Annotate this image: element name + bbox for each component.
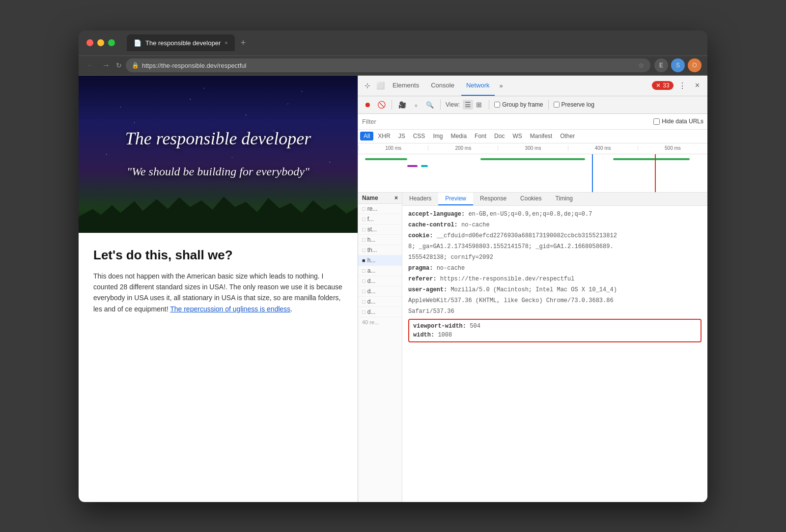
bookmark-icon[interactable]: ☆ bbox=[638, 61, 645, 69]
htab-response[interactable]: Response bbox=[473, 193, 513, 205]
file-list-header: Name × bbox=[358, 193, 402, 204]
file-item-9[interactable]: □ d... bbox=[358, 286, 402, 297]
filter-xhr[interactable]: XHR bbox=[374, 132, 393, 140]
more-tabs-button[interactable]: » bbox=[497, 80, 506, 91]
file-item-4[interactable]: □ h... bbox=[358, 235, 402, 245]
file-name-5: th... bbox=[367, 247, 377, 253]
extension-icon-2[interactable]: S bbox=[671, 58, 685, 72]
extension-icon-1[interactable]: E bbox=[654, 58, 668, 72]
file-icon-7: □ bbox=[362, 268, 365, 274]
traffic-lights bbox=[86, 39, 115, 46]
file-item-5[interactable]: □ th... bbox=[358, 245, 402, 255]
tick-200ms: 200 ms bbox=[428, 145, 498, 151]
name-column-header: Name bbox=[362, 195, 378, 201]
extension-icon-3[interactable]: O bbox=[688, 58, 702, 72]
file-name-2: f... bbox=[367, 216, 374, 223]
tab-favicon: 📄 bbox=[134, 39, 141, 47]
record-button[interactable]: ⏺ bbox=[362, 99, 373, 110]
timeline-line-1 bbox=[592, 154, 593, 193]
device-toggle-icon[interactable]: ⬜ bbox=[375, 80, 386, 91]
search-button[interactable]: 🔍 bbox=[424, 99, 435, 110]
header-user-agent-cont2: Safari/537.36 bbox=[408, 306, 702, 317]
header-cache-control: cache-control: no-cache bbox=[408, 220, 702, 230]
preserve-log-checkbox[interactable] bbox=[554, 102, 560, 108]
timeline-bar-2 bbox=[480, 158, 585, 160]
htab-preview[interactable]: Preview bbox=[438, 193, 473, 205]
file-icon-5: □ bbox=[362, 247, 365, 253]
headers-tabs: Headers Preview Response Cookies Timing bbox=[402, 193, 707, 206]
clear-button[interactable]: 🚫 bbox=[376, 99, 387, 110]
htab-timing[interactable]: Timing bbox=[548, 193, 580, 205]
back-button[interactable]: ← bbox=[84, 59, 96, 72]
file-item-7[interactable]: □ a... bbox=[358, 266, 402, 276]
type-filter-bar: All XHR JS CSS Img Media Font Doc WS Man… bbox=[358, 130, 707, 143]
hide-data-urls-control: Hide data URLs bbox=[653, 118, 703, 125]
file-item-11[interactable]: □ d... bbox=[358, 307, 402, 317]
content-link[interactable]: The repercussion of ugliness is endless bbox=[170, 305, 290, 313]
file-icon-9: □ bbox=[362, 288, 365, 294]
filter-manifest[interactable]: Manifest bbox=[527, 132, 556, 140]
group-by-frame-checkbox[interactable] bbox=[494, 102, 500, 108]
active-tab[interactable]: 📄 The responsible developer × bbox=[127, 34, 235, 51]
file-item-2[interactable]: □ f... bbox=[358, 214, 402, 224]
file-item-1[interactable]: □ re... bbox=[358, 204, 402, 214]
tab-close-button[interactable]: × bbox=[225, 40, 227, 46]
view-group-button[interactable]: ⊞ bbox=[474, 100, 484, 110]
browser-window: 📄 The responsible developer × + ← → ↻ 🔒 … bbox=[79, 30, 707, 502]
filter-doc[interactable]: Doc bbox=[491, 132, 508, 140]
group-by-frame-label: Group by frame bbox=[502, 101, 543, 108]
minimize-traffic-light[interactable] bbox=[97, 39, 104, 46]
new-tab-button[interactable]: + bbox=[241, 38, 246, 48]
close-traffic-light[interactable] bbox=[86, 39, 93, 46]
hide-data-urls-checkbox[interactable] bbox=[653, 118, 660, 125]
tab-title: The responsible developer bbox=[145, 39, 221, 47]
url-bar[interactable]: 🔒 https://the-responsible.dev/respectful… bbox=[126, 58, 650, 72]
tick-400ms: 400 ms bbox=[568, 145, 638, 151]
close-panel-button[interactable]: × bbox=[394, 195, 398, 201]
toolbar-separator-4 bbox=[548, 100, 549, 110]
filter-css[interactable]: CSS bbox=[410, 132, 429, 140]
filter-all[interactable]: All bbox=[360, 132, 373, 140]
reload-button[interactable]: ↻ bbox=[116, 61, 122, 69]
hero-section: The responsible developer "We should be … bbox=[79, 76, 358, 233]
main-area: The responsible developer "We should be … bbox=[79, 76, 707, 502]
devtools-menu-button[interactable]: ⋮ bbox=[675, 79, 689, 92]
fullscreen-traffic-light[interactable] bbox=[108, 39, 115, 46]
timeline-bar-4 bbox=[407, 165, 418, 167]
header-referer: referer: https://the-responsible.dev/res… bbox=[408, 274, 702, 284]
address-bar: ← → ↻ 🔒 https://the-responsible.dev/resp… bbox=[79, 56, 707, 76]
htab-cookies[interactable]: Cookies bbox=[513, 193, 548, 205]
filter-input[interactable] bbox=[362, 118, 649, 125]
file-item-3[interactable]: □ st... bbox=[358, 224, 402, 235]
file-item-10[interactable]: □ d... bbox=[358, 297, 402, 307]
filter-font[interactable]: Font bbox=[471, 132, 490, 140]
filter-other[interactable]: Other bbox=[557, 132, 578, 140]
filter-media[interactable]: Media bbox=[447, 132, 470, 140]
tab-elements[interactable]: Elements bbox=[388, 76, 424, 96]
tab-console[interactable]: Console bbox=[426, 76, 459, 96]
forward-button[interactable]: → bbox=[100, 59, 112, 72]
header-user-agent-cont: AppleWebKit/537.36 (KHTML, like Gecko) C… bbox=[408, 295, 702, 306]
htab-headers[interactable]: Headers bbox=[402, 193, 438, 205]
file-item-6[interactable]: ■ h... bbox=[358, 255, 402, 266]
inspector-icon[interactable]: ⊹ bbox=[362, 80, 373, 91]
devtools-tabs-toolbar: ⊹ ⬜ Elements Console Network » ✕ 33 ⋮ bbox=[358, 76, 707, 96]
timeline-area: 100 ms 200 ms 300 ms 400 ms 500 ms bbox=[358, 143, 707, 193]
devtools-close-button[interactable]: × bbox=[691, 79, 703, 92]
file-icon-6: ■ bbox=[362, 257, 365, 263]
filter-img[interactable]: Img bbox=[429, 132, 446, 140]
url-text: https://the-responsible.dev/respectful bbox=[142, 62, 246, 69]
filter-ws[interactable]: WS bbox=[509, 132, 525, 140]
header-user-agent: user-agent: Mozilla/5.0 (Macintosh; Inte… bbox=[408, 284, 702, 295]
header-width: width: 1008 bbox=[413, 331, 697, 339]
file-name-11: d... bbox=[367, 308, 376, 315]
header-cookie-cont2: 1555428138; cornify=2092 bbox=[408, 252, 702, 263]
view-list-button[interactable]: ☰ bbox=[463, 100, 473, 110]
error-x-icon: ✕ bbox=[656, 82, 661, 89]
tab-network[interactable]: Network bbox=[461, 76, 495, 96]
view-label: View: bbox=[446, 101, 460, 108]
filter-js[interactable]: JS bbox=[395, 132, 409, 140]
capture-screenshots-button[interactable]: 🎥 bbox=[397, 99, 408, 110]
file-item-8[interactable]: □ d... bbox=[358, 276, 402, 286]
filter-toggle-button[interactable]: ⬦ bbox=[411, 99, 421, 110]
